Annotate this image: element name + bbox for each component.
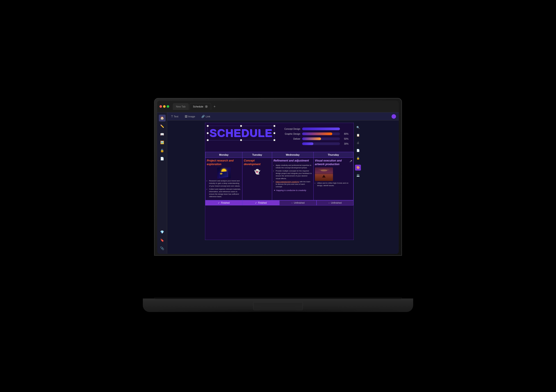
schedule-canvas: SCHEDULE Concept Design xyxy=(205,123,354,240)
close-button[interactable] xyxy=(160,105,162,108)
canvas-icon-5[interactable]: 💻 xyxy=(355,172,361,178)
progress-label-concept: Concept Design xyxy=(280,128,300,130)
new-tab-button[interactable]: + xyxy=(212,104,217,109)
selection-handle-br xyxy=(273,139,275,141)
laptop-frame: New Tab Schedule × + xyxy=(120,98,436,312)
tab-schedule[interactable]: Schedule × xyxy=(190,103,211,110)
progress-pct-graphic: 80% xyxy=(342,133,348,135)
col-tuesday: Tuesday xyxy=(242,152,272,158)
text-tool-icon: T xyxy=(171,115,173,118)
wednesday-bullets: Apply creativity and professional expert… xyxy=(273,164,312,188)
arrow-icon: ↗ xyxy=(349,159,352,163)
toolbar: T Text 🖼 Image 🔗 Link xyxy=(167,112,399,121)
schedule-title-wrap: SCHEDULE xyxy=(208,126,275,140)
progress-bar-extra-bg xyxy=(302,142,340,145)
sidebar-page-icon[interactable]: 📄 xyxy=(159,155,166,162)
wednesday-status: ○ Unfinished xyxy=(279,200,317,206)
tab-new-tab[interactable]: New Tab xyxy=(173,103,189,110)
monday-status: ✓ Finished xyxy=(205,200,242,206)
selection-handle-tm xyxy=(240,125,242,127)
progress-label-deliver: Deliver xyxy=(280,138,300,140)
status-row: ✓ Finished ✓ Finished ○ Unfinished xyxy=(205,200,354,206)
monday-cell: Project research and exploration xyxy=(205,158,242,200)
tuesday-status: ✓ Finished xyxy=(242,200,280,206)
monday-bullet-2: Collect and organize relevant materials,… xyxy=(209,188,241,198)
monday-bullets: Research and analyze your brand and indu… xyxy=(207,180,241,198)
canvas-area[interactable]: SCHEDULE Concept Design xyxy=(167,121,399,254)
laptop-hinge xyxy=(154,298,402,299)
sidebar-edit-icon[interactable]: ✏️ xyxy=(159,123,166,130)
image-tool-icon: 🖼 xyxy=(185,115,187,118)
sidebar-home-icon[interactable]: 🏠 xyxy=(159,115,166,122)
laptop-shadow xyxy=(154,310,402,316)
zoom-icon[interactable]: 🔍 xyxy=(355,125,361,131)
canvas-icon-2[interactable]: 🖨 xyxy=(355,140,361,146)
progress-row-concept: Concept Design xyxy=(280,128,348,130)
progress-row-graphic: Graphic Design 80% xyxy=(280,132,348,135)
progress-section: Concept Design Graphic Design xyxy=(277,126,351,149)
selection-handle-tr xyxy=(273,125,275,127)
tuesday-check-icon: ✓ xyxy=(255,202,257,204)
link-tool-button[interactable]: 🔗 Link xyxy=(200,114,212,119)
laptop-lid: New Tab Schedule × + xyxy=(154,98,402,256)
progress-label-graphic: Graphic Design xyxy=(280,133,300,135)
selection-handle-bl xyxy=(207,139,208,141)
wednesday-title: Refinement and adjustment xyxy=(273,159,312,163)
progress-row-extra: 30% xyxy=(280,142,348,145)
canvas-icon-1[interactable]: 📋 xyxy=(355,132,361,138)
sidebar-image-icon[interactable]: 🖼️ xyxy=(159,139,166,146)
schedule-title: SCHEDULE xyxy=(209,127,273,139)
browser-chrome: New Tab Schedule × + xyxy=(157,101,399,112)
sidebar-bottom-icon1[interactable]: 💎 xyxy=(159,229,166,235)
tab-bar: New Tab Schedule × + xyxy=(173,103,396,110)
thursday-bullet-1: Utilize and to refine high-Condu and on … xyxy=(317,182,352,187)
sidebar-paperclip-icon[interactable]: 📎 xyxy=(159,245,166,252)
thursday-title: Visual execution and artwork production xyxy=(315,159,348,166)
wednesday-circle-icon: ○ xyxy=(291,202,293,204)
tuesday-title: Concept development xyxy=(244,159,270,166)
editor-area: T Text 🖼 Image 🔗 Link xyxy=(167,112,399,254)
traffic-lights xyxy=(160,105,169,108)
link-tool-icon: 🔗 xyxy=(201,115,205,118)
progress-pct-deliver: 50% xyxy=(342,138,348,140)
sidebar-bookmark-icon[interactable]: 🔖 xyxy=(159,237,166,244)
star-icon: ✦ xyxy=(273,189,275,192)
wednesday-bullet-2: Provide multiple concepts for the requir… xyxy=(276,170,312,180)
days-table: Monday Tuesday Wednesday Thursday xyxy=(205,152,354,200)
monday-image xyxy=(217,167,231,179)
thursday-title-row: Visual execution and artwork production … xyxy=(315,159,352,166)
selection-handle-mr xyxy=(273,132,275,134)
progress-fill-deliver xyxy=(302,138,321,140)
user-avatar xyxy=(392,114,396,119)
monday-bullet-1: Research and analyze your brand and indu… xyxy=(209,180,241,187)
thursday-status: ○ Unfinished xyxy=(317,200,354,206)
canvas-accent-icon[interactable]: 🎨 xyxy=(355,165,361,170)
progress-fill-concept xyxy=(302,128,340,130)
wednesday-note: ✦ Napping is conducive to creativity xyxy=(273,189,312,192)
col-monday: Monday xyxy=(205,152,242,158)
laptop-trackpad[interactable] xyxy=(253,302,303,310)
sidebar-book-icon[interactable]: 📖 xyxy=(159,131,166,138)
app-content: 🏠 ✏️ 📖 🖼️ 🔒 📄 💎 🔖 📎 T xyxy=(157,112,399,254)
selection-handle-ml xyxy=(207,132,208,134)
progress-fill-graphic xyxy=(302,132,332,135)
wednesday-cell: Refinement and adjustment Apply creativi… xyxy=(272,158,313,200)
monday-check-icon: ✓ xyxy=(218,202,220,204)
maximize-button[interactable] xyxy=(167,105,169,108)
sidebar-lock-icon[interactable]: 🔒 xyxy=(159,147,166,154)
tuesday-cell: Concept development 👻 xyxy=(242,158,272,200)
image-tool-button[interactable]: 🖼 Image xyxy=(183,114,197,119)
progress-row-deliver: Deliver 50% xyxy=(280,138,348,140)
tab-close-btn[interactable]: × xyxy=(205,105,208,108)
text-tool-button[interactable]: T Text xyxy=(170,114,180,119)
col-thursday: Thursday xyxy=(313,152,353,158)
minimize-button[interactable] xyxy=(163,105,166,108)
thursday-cell: Visual execution and artwork production … xyxy=(313,158,353,200)
canvas-icon-3[interactable]: 📄 xyxy=(355,147,361,154)
tuesday-ghost-icon: 👻 xyxy=(253,167,262,177)
canvas-icon-4[interactable]: 🔒 xyxy=(355,155,361,161)
progress-pct-extra: 30% xyxy=(342,143,348,145)
col-wednesday: Wednesday xyxy=(272,152,313,158)
wednesday-link[interactable]: Have brainstorming meetings xyxy=(276,181,299,183)
progress-bar-deliver-bg xyxy=(302,138,340,140)
